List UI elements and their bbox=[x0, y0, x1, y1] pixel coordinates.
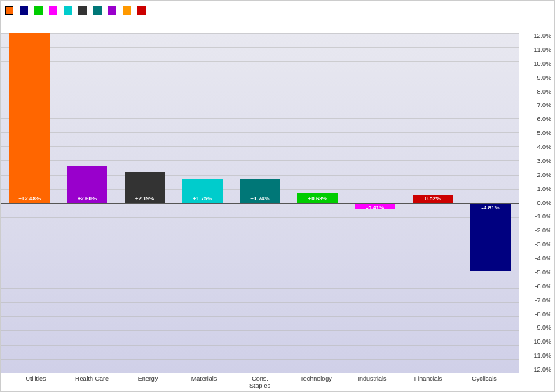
materials-swatch bbox=[64, 6, 72, 15]
x-axis-label: Technology bbox=[297, 375, 336, 389]
x-axis: UtilitiesHealth CareEnergyMaterialsCons.… bbox=[1, 373, 519, 391]
zero-line bbox=[1, 203, 519, 204]
y-axis-label: -9.0% bbox=[522, 325, 551, 331]
y-axis-label: 3.0% bbox=[522, 158, 551, 164]
date-range bbox=[4, 22, 15, 26]
bar-rect: +2.19% bbox=[125, 172, 165, 203]
x-axis-label: Utilities bbox=[17, 375, 55, 389]
sp500-swatch bbox=[5, 6, 13, 15]
bar-value-label: -0.41% bbox=[366, 203, 384, 211]
bar-rect: +1.75% bbox=[182, 178, 223, 203]
x-axis-label: Materials bbox=[185, 375, 224, 389]
y-axis-label: -5.0% bbox=[522, 270, 551, 276]
y-axis-label: 8.0% bbox=[522, 89, 551, 95]
bar-value-label: +1.74% bbox=[250, 195, 269, 203]
legend bbox=[1, 1, 554, 20]
y-axis-label: 1.0% bbox=[522, 186, 551, 192]
x-axis-label: Energy bbox=[129, 375, 167, 389]
bar-value-label: 0.52% bbox=[425, 195, 441, 203]
y-axis-label: 9.0% bbox=[522, 75, 551, 81]
financials-swatch bbox=[137, 6, 146, 15]
bar-value-label: +2.60% bbox=[78, 195, 97, 203]
legend-cyclicals bbox=[20, 6, 30, 15]
y-axis-label: -1.0% bbox=[522, 214, 551, 220]
chart-container: +12.48%+2.60%+2.19%+1.75%+1.74%+0.68%-0.… bbox=[0, 0, 555, 392]
cyclicals-swatch bbox=[20, 6, 28, 15]
x-axis-label: Health Care bbox=[73, 375, 111, 389]
y-axis-label: 5.0% bbox=[522, 130, 551, 136]
y-axis-label: 11.0% bbox=[522, 47, 551, 53]
energy-swatch bbox=[78, 6, 87, 15]
y-axis-right: 12.0%11.0%10.0%9.0%8.0%7.0%6.0%5.0%4.0%3… bbox=[519, 33, 554, 373]
plot-area: +12.48%+2.60%+2.19%+1.75%+1.74%+0.68%-0.… bbox=[1, 33, 519, 373]
utilities-swatch bbox=[123, 6, 131, 15]
y-axis-label: 4.0% bbox=[522, 144, 551, 150]
technology-swatch bbox=[34, 6, 43, 15]
y-axis-label: -4.0% bbox=[522, 255, 551, 262]
bar-rect: -4.81% bbox=[470, 203, 511, 271]
legend-utilities bbox=[123, 6, 133, 15]
y-axis-label: -2.0% bbox=[522, 227, 551, 234]
legend-energy bbox=[78, 6, 89, 15]
industrials-swatch bbox=[49, 6, 57, 15]
x-axis-label: Financials bbox=[409, 375, 448, 389]
x-axis-label: Industrials bbox=[353, 375, 392, 389]
y-axis-label: 7.0% bbox=[522, 102, 551, 108]
chart-area: +12.48%+2.60%+2.19%+1.75%+1.74%+0.68%-0.… bbox=[1, 20, 554, 391]
y-axis-label: 2.0% bbox=[522, 172, 551, 178]
legend-materials bbox=[64, 6, 74, 15]
y-axis-label: -11.0% bbox=[522, 353, 551, 359]
bar-rect: +1.74% bbox=[240, 178, 280, 203]
legend-sp500 bbox=[5, 6, 15, 15]
legend-financials bbox=[137, 6, 148, 15]
y-axis-label: 0.0% bbox=[522, 200, 551, 206]
y-axis-label: -12.0% bbox=[522, 367, 551, 373]
bar-value-label: +12.48% bbox=[18, 195, 41, 203]
x-axis-label: Cons. Staples bbox=[241, 375, 280, 389]
chart-body: +12.48%+2.60%+2.19%+1.75%+1.74%+0.68%-0.… bbox=[1, 20, 554, 391]
y-axis-label: 10.0% bbox=[522, 61, 551, 67]
bar-value-label: +1.75% bbox=[193, 195, 212, 203]
y-axis-label: 6.0% bbox=[522, 116, 551, 122]
y-axis-label: -7.0% bbox=[522, 298, 551, 304]
legend-industrials bbox=[49, 6, 60, 15]
y-axis-label: -10.0% bbox=[522, 339, 551, 345]
bar-rect: +0.68% bbox=[297, 193, 338, 203]
bar-rect: +2.60% bbox=[67, 166, 108, 203]
cons-staples-swatch bbox=[93, 6, 102, 15]
chart-inner: +12.48%+2.60%+2.19%+1.75%+1.74%+0.68%-0.… bbox=[1, 33, 554, 373]
legend-health-care bbox=[108, 6, 118, 15]
bar-value-label: +2.19% bbox=[135, 195, 154, 203]
bar-value-label: -4.81% bbox=[481, 203, 499, 211]
bar-value-label: +0.68% bbox=[308, 195, 327, 203]
bar-rect: -0.41% bbox=[355, 203, 396, 209]
legend-cons-staples bbox=[93, 6, 104, 15]
bar-rect: 0.52% bbox=[413, 195, 453, 203]
y-axis-label: -6.0% bbox=[522, 284, 551, 290]
bar-rect: +12.48% bbox=[9, 33, 50, 203]
y-axis-label: 12.0% bbox=[522, 33, 551, 39]
health-care-swatch bbox=[108, 6, 116, 15]
x-axis-label: Cyclicals bbox=[465, 375, 504, 389]
y-axis-label: -8.0% bbox=[522, 312, 551, 318]
legend-technology bbox=[34, 6, 45, 15]
y-axis-label: -3.0% bbox=[522, 241, 551, 248]
